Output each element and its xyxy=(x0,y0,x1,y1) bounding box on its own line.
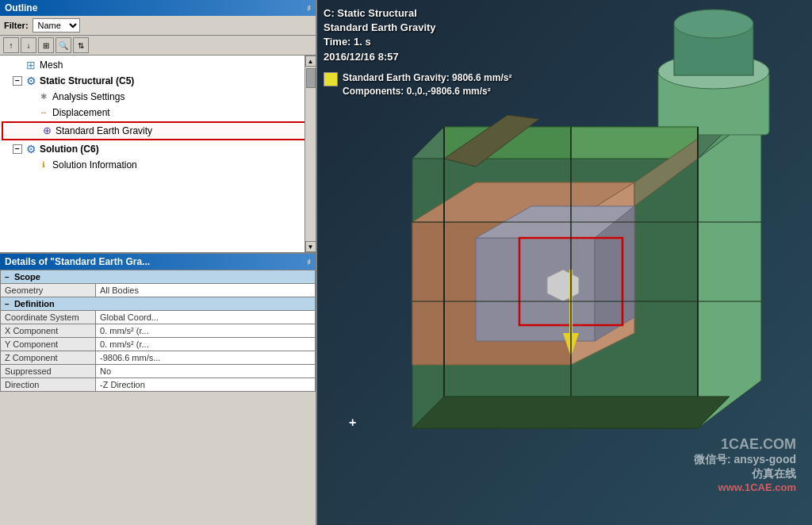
outline-pin[interactable]: ♯ xyxy=(307,4,311,13)
suppressed-label: Suppressed xyxy=(1,365,96,378)
displacement-icon: ↔ xyxy=(37,106,50,119)
filter-label: Filter: xyxy=(4,21,29,30)
viewport-title-line2: Standard Earth Gravity xyxy=(324,21,436,35)
tree-item-mesh[interactable]: ⊞ Mesh xyxy=(0,57,316,73)
tree-item-standard-earth-gravity[interactable]: ⊕ Standard Earth Gravity xyxy=(2,121,314,140)
viewport-title-line4: 2016/12/16 8:57 xyxy=(324,50,436,64)
y-component-label: Y Component xyxy=(1,338,96,351)
tree-scrollbar[interactable]: ▲ ▼ xyxy=(304,56,316,252)
definition-section-header: − Definition xyxy=(1,297,316,311)
direction-row: Direction -Z Direction xyxy=(1,378,316,392)
mesh-icon: ⊞ xyxy=(25,59,37,71)
expand-solution[interactable]: − xyxy=(13,144,22,154)
coord-system-label: Coordinate System xyxy=(1,311,96,324)
toolbar-btn-expand[interactable]: ⊞ xyxy=(38,37,54,53)
tree-label-gravity: Standard Earth Gravity xyxy=(56,124,152,138)
outline-toolbar: ↑ ↓ ⊞ 🔍 ⇅ xyxy=(0,36,316,56)
main-container: Outline ♯ Filter: Name Type ↑ ↓ ⊞ 🔍 ⇅ xyxy=(0,0,812,525)
x-component-label: X Component xyxy=(1,324,96,338)
scope-section-header: − Scope xyxy=(1,270,316,284)
viewport-info-overlay: C: Static Structural Standard Earth Grav… xyxy=(324,6,436,64)
filter-row: Filter: Name Type xyxy=(0,16,316,36)
details-title: Details of "Standard Earth Gra... xyxy=(5,256,150,267)
tree-label-sol-info: Solution Information xyxy=(52,158,137,172)
tree-label-solution: Solution (C6) xyxy=(40,142,99,156)
outline-title-bar: Outline ♯ xyxy=(0,0,316,16)
legend-line2: Components: 0.,0.,-9806.6 mm/s² xyxy=(343,85,511,98)
outline-title: Outline xyxy=(5,2,37,13)
toolbar-btn-search[interactable]: 🔍 xyxy=(56,37,71,53)
watermark-wechat: 微信号: ansys-good xyxy=(694,453,796,467)
tree-item-static-structural[interactable]: − ⚙ Static Structural (C5) xyxy=(0,73,316,89)
sol-info-icon: ℹ xyxy=(37,159,50,171)
crosshair: + xyxy=(349,416,356,430)
legend-line1: Standard Earth Gravity: 9806.6 mm/s² xyxy=(343,71,511,85)
legend-color-box xyxy=(324,72,338,86)
definition-collapse-icon[interactable]: − xyxy=(5,300,10,308)
svg-point-9 xyxy=(674,10,753,38)
details-pin[interactable]: ♯ xyxy=(307,258,311,266)
tree-item-solution[interactable]: − ⚙ Solution (C6) xyxy=(0,141,316,157)
viewport-title-line1: C: Static Structural xyxy=(324,6,436,21)
coord-system-row: Coordinate System Global Coord... xyxy=(1,311,316,324)
toolbar-btn-down[interactable]: ↓ xyxy=(21,37,36,53)
gravity-legend: Standard Earth Gravity: 9806.6 mm/s² Com… xyxy=(324,71,511,98)
toolbar-btn-up[interactable]: ↑ xyxy=(3,37,19,53)
watermark-fangzhen: 仿真在线 xyxy=(694,467,796,481)
legend-text: Standard Earth Gravity: 9806.6 mm/s² Com… xyxy=(343,71,511,98)
y-component-value: 0. mm/s² (r... xyxy=(96,338,316,351)
x-component-value: 0. mm/s² (r... xyxy=(96,324,316,338)
y-component-row: Y Component 0. mm/s² (r... xyxy=(1,338,316,351)
svg-marker-29 xyxy=(412,397,730,428)
tree-label-mesh: Mesh xyxy=(40,58,63,72)
scroll-thumb[interactable] xyxy=(306,68,316,88)
scope-geometry-row: Geometry All Bodies xyxy=(1,284,316,297)
left-panel: Outline ♯ Filter: Name Type ↑ ↓ ⊞ 🔍 ⇅ xyxy=(0,0,317,525)
scope-geometry-value: All Bodies xyxy=(96,284,316,297)
tree-area: ▲ ▼ ⊞ Mesh − ⚙ St xyxy=(0,56,316,252)
tree-label-displacement: Displacement xyxy=(52,105,110,120)
tree-label-static: Static Structural (C5) xyxy=(40,74,134,88)
x-component-row: X Component 0. mm/s² (r... xyxy=(1,324,316,338)
scope-geometry-label: Geometry xyxy=(1,284,96,297)
tree-item-analysis-settings[interactable]: ✱ Analysis Settings xyxy=(0,89,316,105)
suppressed-row: Suppressed No xyxy=(1,365,316,378)
expand-static[interactable]: − xyxy=(13,76,22,86)
svg-marker-4 xyxy=(698,111,761,428)
z-component-row: Z Component -9806.6 mm/s... xyxy=(1,351,316,365)
details-title-bar: Details of "Standard Earth Gra... ♯ xyxy=(0,254,316,270)
analysis-icon: ✱ xyxy=(37,90,50,103)
scroll-up-arrow[interactable]: ▲ xyxy=(305,56,316,67)
tree-item-solution-information[interactable]: ℹ Solution Information xyxy=(0,157,316,173)
viewport-3d[interactable]: C: Static Structural Standard Earth Grav… xyxy=(317,0,812,525)
outline-section: Outline ♯ Filter: Name Type ↑ ↓ ⊞ 🔍 ⇅ xyxy=(0,0,316,254)
viewport-title-line3: Time: 1. s xyxy=(324,35,436,49)
coord-system-value: Global Coord... xyxy=(96,311,316,324)
static-icon: ⚙ xyxy=(25,75,37,87)
z-component-label: Z Component xyxy=(1,351,96,365)
filter-select[interactable]: Name Type xyxy=(33,18,80,33)
toolbar-btn-sort[interactable]: ⇅ xyxy=(73,37,89,53)
details-scroll-area: − Scope Geometry All Bodies − xyxy=(0,270,316,525)
right-panel: C: Static Structural Standard Earth Grav… xyxy=(317,0,812,525)
gravity-icon: ⊕ xyxy=(40,125,53,137)
details-section: Details of "Standard Earth Gra... ♯ − Sc… xyxy=(0,254,316,525)
solution-icon: ⚙ xyxy=(25,143,37,155)
definition-label: Definition xyxy=(14,299,55,308)
watermark: 1CAE.COM 微信号: ansys-good 仿真在线 www.1CAE.c… xyxy=(694,436,796,493)
scroll-down-arrow[interactable]: ▼ xyxy=(305,241,316,252)
tree-item-displacement[interactable]: ↔ Displacement xyxy=(0,105,316,121)
direction-value: -Z Direction xyxy=(96,378,316,392)
scope-collapse-icon[interactable]: − xyxy=(5,273,10,282)
z-component-value: -9806.6 mm/s... xyxy=(96,351,316,365)
suppressed-value: No xyxy=(96,365,316,378)
direction-label: Direction xyxy=(1,378,96,392)
tree-label-analysis: Analysis Settings xyxy=(52,90,124,104)
details-table: − Scope Geometry All Bodies − xyxy=(0,270,316,392)
scope-label: Scope xyxy=(14,272,40,282)
watermark-main: 1CAE.COM xyxy=(694,436,796,453)
watermark-url: www.1CAE.com xyxy=(694,481,796,493)
